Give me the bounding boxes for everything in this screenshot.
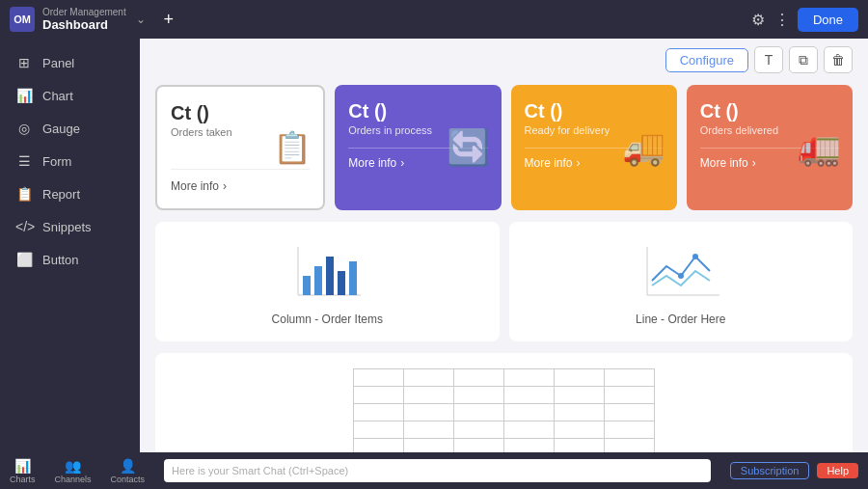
column-chart-card: Column - Order Items xyxy=(155,222,500,341)
table-cell xyxy=(605,387,655,404)
column-chart-label: Column - Order Items xyxy=(272,312,383,326)
table-cell xyxy=(504,369,555,387)
mini-table xyxy=(353,368,655,452)
table-cell xyxy=(354,387,404,404)
sidebar-item-panel[interactable]: ⊞ Panel xyxy=(0,46,140,79)
more-icon[interactable]: ⋮ xyxy=(774,11,790,29)
table-row xyxy=(354,387,655,404)
sidebar: ⊞ Panel 📊 Chart ◎ Gauge ☰ Form 📋 Report … xyxy=(0,39,140,452)
line-chart-card: Line - Order Here xyxy=(509,222,854,341)
bottom-nav-contacts[interactable]: 👤 Contacts xyxy=(111,458,146,484)
chevron-right-icon-2: › xyxy=(400,156,404,170)
channels-nav-label: Channels xyxy=(55,475,92,484)
done-button[interactable]: Done xyxy=(798,8,858,32)
contacts-nav-icon: 👤 xyxy=(120,458,136,474)
table-cell xyxy=(605,369,655,387)
subscription-button[interactable]: Subscription xyxy=(730,462,810,479)
dashboard-area: Ct () Orders taken 📋 More info › Ct () O… xyxy=(140,81,868,452)
svg-rect-4 xyxy=(326,257,334,295)
table-cell xyxy=(454,404,504,421)
table-cell xyxy=(555,421,605,439)
chevron-right-icon: › xyxy=(223,179,227,193)
settings-icon[interactable]: ⚙ xyxy=(751,11,765,29)
bottombar: 📊 Charts 👥 Channels 👤 Contacts Here is y… xyxy=(0,452,868,489)
sidebar-item-button[interactable]: ⬜ Button xyxy=(0,243,140,276)
app-name: Order Management xyxy=(42,7,126,17)
add-button[interactable]: + xyxy=(157,8,180,31)
topbar: OM Order Management Dashboard ⌄ + ⚙ ⋮ Do… xyxy=(0,0,868,39)
column-chart-svg xyxy=(288,237,366,305)
charts-row: Column - Order Items xyxy=(155,222,853,341)
table-cell xyxy=(354,369,404,387)
configure-button[interactable]: Configure xyxy=(665,48,748,72)
more-info-orders-taken[interactable]: More info › xyxy=(171,169,310,193)
app-logo: OM xyxy=(10,7,35,32)
table-cell xyxy=(605,421,655,439)
orders-delivered-icon: 🚛 xyxy=(798,127,841,168)
table-cell xyxy=(504,421,555,439)
ready-for-delivery-icon: 🚚 xyxy=(622,127,665,168)
smart-chat-input[interactable]: Here is your Smart Chat (Ctrl+Space) xyxy=(164,459,711,482)
delete-icon-button[interactable]: 🗑 xyxy=(824,46,853,73)
orders-taken-icon: 📋 xyxy=(273,129,312,166)
help-button[interactable]: Help xyxy=(817,463,858,478)
table-cell xyxy=(354,439,404,453)
more-info-label-2: More info xyxy=(348,156,396,170)
configure-toolbar: Configure T ⧉ 🗑 xyxy=(140,39,868,81)
sidebar-label-button: Button xyxy=(42,253,79,267)
sidebar-item-chart[interactable]: 📊 Chart xyxy=(0,79,140,112)
stat-card-ready-for-delivery: Ct () Ready for delivery 🚚 More info › xyxy=(511,85,677,210)
table-cell xyxy=(504,387,555,404)
stat-card-orders-delivered: Ct () Orders delivered 🚛 More info › xyxy=(687,85,853,210)
table-cell xyxy=(404,404,454,421)
table-cell xyxy=(504,439,555,453)
stat-cards-row: Ct () Orders taken 📋 More info › Ct () O… xyxy=(155,85,853,210)
chat-placeholder: Here is your Smart Chat (Ctrl+Space) xyxy=(172,465,348,476)
main-layout: ⊞ Panel 📊 Chart ◎ Gauge ☰ Form 📋 Report … xyxy=(0,39,868,452)
orders-in-process-icon: 🔄 xyxy=(447,127,490,168)
table-cell xyxy=(454,439,504,453)
chart-icon: 📊 xyxy=(15,88,33,103)
button-icon: ⬜ xyxy=(15,252,33,267)
table-row xyxy=(354,369,655,387)
contacts-nav-label: Contacts xyxy=(111,475,146,484)
page-name: Dashboard xyxy=(42,17,126,32)
gauge-icon: ◎ xyxy=(15,121,33,136)
table-cell xyxy=(555,369,605,387)
sidebar-item-form[interactable]: ☰ Form xyxy=(0,145,140,177)
chevron-down-icon[interactable]: ⌄ xyxy=(136,13,146,26)
svg-point-10 xyxy=(692,254,698,259)
table-cell xyxy=(404,421,454,439)
table-cell xyxy=(354,404,404,421)
delete-icon: 🗑 xyxy=(831,52,845,68)
copy-icon-button[interactable]: ⧉ xyxy=(789,46,818,73)
sidebar-label-snippets: Snippets xyxy=(42,220,92,234)
sidebar-label-chart: Chart xyxy=(42,89,73,103)
sidebar-item-report[interactable]: 📋 Report xyxy=(0,177,140,210)
app-titles: Order Management Dashboard xyxy=(42,7,126,32)
chevron-right-icon-3: › xyxy=(577,156,581,170)
svg-rect-3 xyxy=(314,266,322,295)
chevron-right-icon-4: › xyxy=(752,156,756,170)
table-cell xyxy=(404,369,454,387)
sidebar-item-snippets[interactable]: </> Snippets xyxy=(0,210,140,243)
report-icon: 📋 xyxy=(15,186,33,202)
bottom-nav-channels[interactable]: 👥 Channels xyxy=(55,458,92,484)
line-chart-label: Line - Order Here xyxy=(636,312,725,326)
snippets-icon: </> xyxy=(15,219,33,234)
table-card: All Orders View xyxy=(155,353,853,452)
table-cell xyxy=(605,439,655,453)
form-icon: ☰ xyxy=(15,153,33,169)
table-cell xyxy=(555,439,605,453)
table-cell xyxy=(605,404,655,421)
text-icon: T xyxy=(765,52,773,68)
table-cell xyxy=(555,387,605,404)
table-cell xyxy=(454,387,504,404)
sidebar-label-gauge: Gauge xyxy=(42,122,80,136)
text-icon-button[interactable]: T xyxy=(754,46,783,73)
channels-nav-icon: 👥 xyxy=(65,458,81,474)
bottom-nav-charts[interactable]: 📊 Charts xyxy=(10,458,36,484)
table-row xyxy=(354,439,655,453)
table-cell xyxy=(354,421,404,439)
sidebar-item-gauge[interactable]: ◎ Gauge xyxy=(0,112,140,145)
